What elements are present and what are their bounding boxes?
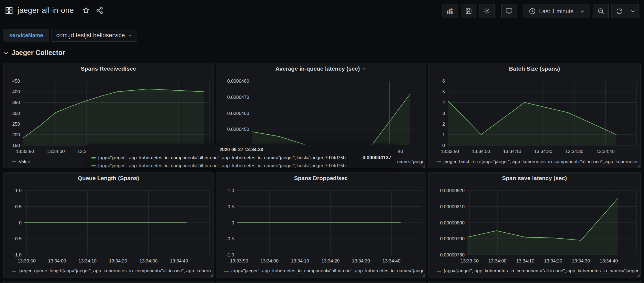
svg-text:250: 250: [12, 122, 20, 127]
time-range-label: Last 1 minute: [539, 8, 574, 15]
svg-text:4: 4: [442, 100, 445, 105]
svg-text:13:34:30: 13:34:30: [572, 258, 590, 264]
refresh-icon: [616, 7, 623, 15]
chart-queue-length[interactable]: 1.00.50-0.5-1.013:33:5013:34:0013:34:101…: [4, 184, 213, 266]
graph-tooltip: 2020-06-27 13:34:30 {app="jaeger", app_k…: [87, 145, 396, 168]
series-color-dash: [12, 271, 16, 272]
legend-batch-size[interactable]: jaeger_batch_size{app="jaeger", app_kube…: [437, 158, 638, 165]
svg-text:13:34:40: 13:34:40: [600, 258, 618, 264]
legend-span-save-latency[interactable]: {app="jaeger", app_kubernetes_io_compone…: [437, 267, 638, 275]
svg-text:13:33:50: 13:33:50: [16, 149, 34, 154]
save-dashboard-button[interactable]: [461, 4, 476, 18]
svg-text:13:34:00: 13:34:00: [488, 258, 507, 264]
svg-text:0.5: 0.5: [228, 204, 234, 209]
tooltip-series-value: 0.000044137: [356, 155, 391, 161]
panel-title-spans-received[interactable]: Spans Received/sec: [4, 63, 213, 74]
svg-text:150: 150: [12, 143, 20, 148]
svg-text:6: 6: [442, 79, 445, 84]
svg-text:13:34:10: 13:34:10: [79, 258, 97, 264]
panel-title-spans-dropped[interactable]: Spans Dropped/sec: [216, 173, 426, 184]
svg-text:13:34:20: 13:34:20: [109, 258, 127, 264]
template-variables-row: serviceName com.jd.testjsf.helloservice: [3, 29, 137, 42]
chart-spans-dropped[interactable]: 1.00.50-0.5-1.013:33:5013:34:0013:34:101…: [216, 184, 426, 266]
tooltip-series-row-clipped: {app="jaeger", app_kubernetes_io_compone…: [91, 163, 391, 168]
next-row-panel-top: [428, 281, 641, 283]
svg-text:0.5: 0.5: [15, 204, 22, 209]
tooltip-series-label: {app="jaeger", app_kubernetes_io_compone…: [98, 163, 350, 168]
series-color-dash: [12, 161, 16, 162]
svg-text:450: 450: [12, 79, 20, 84]
svg-text:13:34:10: 13:34:10: [516, 258, 534, 264]
chevron-down-icon: [3, 50, 9, 56]
chart-batch-size[interactable]: 654321013:33:5013:34:0013:34:1013:34:201…: [429, 74, 640, 156]
zoom-out-icon: [597, 7, 605, 15]
series-color-dash: [224, 271, 229, 272]
tv-cycle-view-button[interactable]: [501, 4, 517, 18]
panel-title-inqueue-latency[interactable]: Average in-queue latency (sec): [216, 63, 426, 74]
panel-batch-size: Batch Size (spans) 654321013:33:5013:34:…: [428, 63, 641, 168]
svg-text:13:33:50: 13:33:50: [18, 258, 36, 264]
svg-text:0.00000790: 0.00000790: [440, 236, 465, 241]
dashboard-settings-button[interactable]: [479, 4, 495, 18]
svg-text:13:34:30: 13:34:30: [565, 149, 583, 154]
row-header-jaeger-collector[interactable]: Jaeger Collector: [3, 49, 65, 57]
svg-text:0.00000800: 0.00000800: [440, 220, 465, 226]
svg-text:-0.5: -0.5: [14, 236, 22, 241]
panel-spans-dropped: Spans Dropped/sec 1.00.50-0.5-1.013:33:5…: [216, 172, 426, 278]
svg-text:13:34:20: 13:34:20: [321, 258, 340, 264]
dashboards-grid-icon[interactable]: [5, 6, 13, 15]
svg-text:13:34:10: 13:34:10: [503, 149, 521, 154]
gear-icon: [483, 7, 491, 15]
svg-text:13:33:50: 13:33:50: [441, 149, 459, 154]
zoom-out-time-button[interactable]: [593, 4, 609, 18]
refresh-button[interactable]: [611, 4, 627, 18]
svg-text:13:34:40: 13:34:40: [170, 258, 188, 264]
svg-text:13:34:00: 13:34:00: [472, 149, 490, 154]
share-icon[interactable]: [96, 7, 104, 14]
clock-icon: [529, 8, 536, 15]
panel-title-span-save-latency[interactable]: Span save latency (sec): [429, 173, 640, 184]
variable-value-dropdown[interactable]: com.jd.testjsf.helloservice: [51, 29, 137, 42]
legend-queue-length[interactable]: jaeger_queue_length{app="jaeger", app_ku…: [12, 267, 211, 275]
chart-span-save-latency[interactable]: 0.000008200.000008100.000008000.00000790…: [429, 184, 640, 266]
chart-inqueue-latency[interactable]: 0.00004800.00004700.00004600.000045013:3…: [216, 74, 426, 156]
svg-text:-0.5: -0.5: [226, 236, 234, 241]
svg-text:0.00000780: 0.00000780: [440, 252, 465, 258]
panel-title-batch-size[interactable]: Batch Size (spans): [429, 63, 640, 74]
svg-text:2: 2: [442, 122, 445, 127]
svg-text:13:33:50: 13:33:50: [230, 258, 248, 264]
svg-text:0.00000820: 0.00000820: [440, 188, 465, 193]
tooltip-timestamp: 2020-06-27 13:34:30: [91, 147, 391, 152]
tooltip-series-label: {app="jaeger", app_kubernetes_io_compone…: [98, 155, 350, 161]
panel-title-queue-length[interactable]: Queue Length (Spans): [4, 173, 213, 184]
row-title: Jaeger Collector: [12, 49, 65, 57]
dashboard-title: jaeger-all-in-one: [18, 6, 74, 15]
add-panel-button[interactable]: [442, 4, 458, 18]
panel-queue-length: Queue Length (Spans) 1.00.50-0.5-1.013:3…: [3, 172, 214, 278]
svg-text:0.0000460: 0.0000460: [227, 111, 249, 116]
save-icon: [465, 7, 472, 15]
time-range-picker[interactable]: Last 1 minute: [524, 4, 590, 18]
svg-text:1.0: 1.0: [15, 188, 22, 193]
series-color-dash: [437, 161, 441, 162]
svg-text:-1.0: -1.0: [14, 252, 22, 258]
series-color-dash: [437, 271, 441, 272]
star-icon[interactable]: [82, 7, 90, 14]
svg-text:0.0000450: 0.0000450: [227, 127, 249, 132]
refresh-interval-dropdown[interactable]: [627, 4, 639, 18]
monitor-icon: [505, 7, 513, 15]
chevron-down-icon: [128, 33, 132, 38]
series-color-dash: [91, 157, 96, 158]
svg-text:13:34:40: 13:34:40: [596, 149, 614, 154]
svg-text:3: 3: [442, 111, 445, 116]
chart-spans-received[interactable]: 45040035030025020015013:33:5013:34:0013:…: [4, 74, 213, 156]
svg-text:-1.0: -1.0: [226, 252, 234, 258]
svg-text:0.00000810: 0.00000810: [440, 204, 465, 209]
svg-text:13:34:00: 13:34:00: [48, 258, 66, 264]
variable-label: serviceName: [3, 29, 49, 42]
svg-text:1.0: 1.0: [228, 188, 234, 193]
svg-text:200: 200: [12, 132, 20, 137]
svg-text:13:33:50: 13:33:50: [461, 258, 479, 264]
svg-text:1: 1: [442, 132, 445, 137]
legend-spans-dropped[interactable]: {app="jaeger", app_kubernetes_io_compone…: [224, 267, 423, 275]
